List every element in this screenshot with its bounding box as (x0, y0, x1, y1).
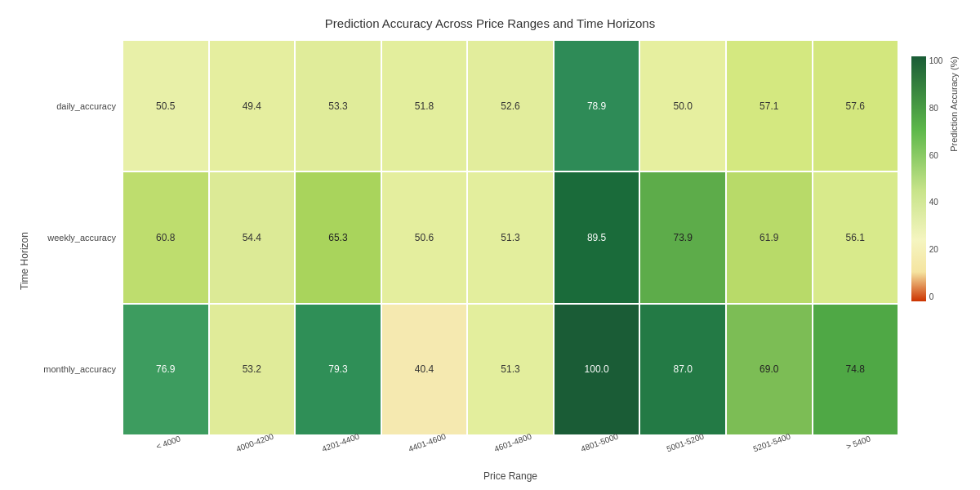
colorbar-tick-100: 100 (929, 56, 943, 65)
colorbar-wrapper: 100 80 60 40 20 0 Prediction Accuracy (%… (911, 56, 960, 301)
colorbar-right-label: Prediction Accuracy (%) (949, 56, 959, 152)
colorbar-tick-80: 80 (929, 104, 943, 113)
heatmap-area: daily_accuracy50.549.453.351.852.678.950… (33, 40, 898, 482)
heatmap-cell: 79.3 (295, 304, 381, 435)
row-cells: 50.549.453.351.852.678.950.057.157.6 (122, 40, 898, 172)
heatmap-cell: 65.3 (295, 172, 381, 303)
row-label: weekly_accuracy (33, 172, 122, 303)
row-cells: 76.953.279.340.451.3100.087.069.074.8 (122, 304, 898, 435)
heatmap-cell: 89.5 (554, 172, 640, 303)
heatmap-cell: 54.4 (209, 172, 296, 303)
heatmap-cell: 50.6 (381, 172, 468, 303)
heatmap-cell: 51.3 (467, 304, 554, 435)
row-label: monthly_accuracy (33, 304, 122, 435)
heatmap-cell: 52.6 (467, 40, 554, 172)
heatmap-cell: 74.8 (813, 304, 899, 435)
heatmap-cell: 60.8 (122, 172, 209, 303)
heatmap-cell: 53.3 (295, 40, 381, 172)
table-row: weekly_accuracy60.854.465.350.651.389.57… (33, 172, 898, 303)
row-cells: 60.854.465.350.651.389.573.961.956.1 (122, 172, 898, 303)
heatmap-grid: daily_accuracy50.549.453.351.852.678.950… (33, 40, 898, 435)
colorbar-tick-60: 60 (929, 151, 943, 160)
heatmap-cell: 50.0 (639, 40, 726, 172)
colorbar-tick-40: 40 (929, 198, 943, 207)
table-row: monthly_accuracy76.953.279.340.451.3100.… (33, 304, 898, 435)
chart-body: Time Horizon daily_accuracy50.549.453.35… (16, 40, 964, 482)
heatmap-cell: 56.1 (813, 172, 899, 303)
heatmap-cell: 78.9 (554, 40, 640, 172)
heatmap-cell: 87.0 (639, 304, 726, 435)
heatmap-cell: 69.0 (726, 304, 813, 435)
heatmap-cell: 73.9 (639, 172, 726, 303)
x-axis-title: Price Range (122, 470, 898, 482)
heatmap-cell: 76.9 (122, 304, 209, 435)
heatmap-cell: 57.1 (726, 40, 813, 172)
colorbar-tick-20: 20 (929, 245, 943, 254)
colorbar-tick-0: 0 (929, 292, 943, 301)
heatmap-cell: 53.2 (209, 304, 296, 435)
heatmap-cell: 49.4 (209, 40, 296, 172)
heatmap-cell: 51.3 (467, 172, 554, 303)
heatmap-cell: 57.6 (813, 40, 899, 172)
table-row: daily_accuracy50.549.453.351.852.678.950… (33, 40, 898, 172)
heatmap-cell: 100.0 (554, 304, 640, 435)
row-label: daily_accuracy (33, 40, 122, 172)
colorbar-area: 100 80 60 40 20 0 Prediction Accuracy (%… (898, 40, 964, 482)
heatmap-cell: 61.9 (726, 172, 813, 303)
chart-title: Prediction Accuracy Across Price Ranges … (325, 16, 655, 30)
heatmap-cell: 40.4 (381, 304, 468, 435)
heatmap-cell: 50.5 (122, 40, 209, 172)
heatmap-cell: 51.8 (381, 40, 468, 172)
colorbar-canvas (911, 56, 926, 301)
x-axis-area: < 40004000-42004201-44004401-46004601-48… (122, 435, 898, 448)
y-axis-label: Time Horizon (16, 40, 33, 482)
chart-container: Prediction Accuracy Across Price Ranges … (0, 0, 980, 490)
